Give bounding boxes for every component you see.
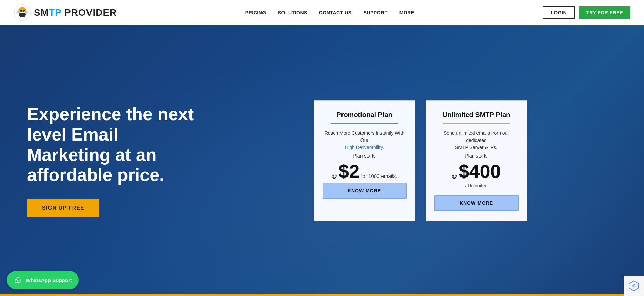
unlimited-plan-title: Unlimited SMTP Plan: [443, 111, 510, 119]
whatsapp-icon: [14, 276, 22, 284]
promotional-plan-starts: Plan starts: [353, 153, 375, 159]
promotional-plan-desc: Reach More Customers Instantly With Our …: [323, 130, 407, 151]
hero-left: Experience the next level Email Marketin…: [27, 104, 203, 217]
unlimited-plan-card: Unlimited SMTP Plan Send unlimited email…: [426, 100, 527, 221]
nav-more[interactable]: MORE: [399, 10, 414, 15]
unlimited-plan-desc: Send unlimited emails from our dedicated…: [434, 130, 519, 151]
gold-bar: [0, 294, 644, 296]
unlimited-price: $400: [458, 162, 501, 181]
hero-plans: Promotional Plan Reach More Customers In…: [224, 100, 617, 221]
recaptcha-badge: rC: [624, 276, 644, 296]
svg-point-3: [20, 10, 22, 12]
nav-solutions[interactable]: SOLUTIONS: [278, 10, 307, 15]
nav-contact[interactable]: CONTACT US: [319, 10, 352, 15]
unlimited-plan-starts: Plan starts: [465, 153, 487, 159]
svg-rect-5: [20, 12, 25, 13]
signup-button[interactable]: SIGN UP FREE: [27, 199, 99, 217]
unlimited-know-more-button[interactable]: KNOW MORE: [434, 195, 519, 211]
whatsapp-label: WhatsApp Support: [26, 277, 72, 283]
unlimited-at: @: [452, 173, 457, 179]
whatsapp-support-button[interactable]: WhatsApp Support: [7, 271, 79, 289]
promotional-at: @: [332, 173, 337, 179]
nav-links: PRICING SOLUTIONS CONTACT US SUPPORT MOR…: [245, 10, 414, 15]
promotional-plan-price-row: @ $2 for 1000 emails.: [332, 162, 397, 181]
nav-support[interactable]: SUPPORT: [364, 10, 388, 15]
try-for-free-button[interactable]: TRY FOR FREE: [579, 6, 630, 19]
recaptcha-icon: rC: [628, 280, 640, 292]
unlimited-plan-divider: [443, 123, 510, 124]
logo-text: SMTP PROVIDER: [34, 7, 117, 18]
logo-icon: [14, 4, 31, 21]
unlimited-price-suffix: / Unlimited: [465, 183, 487, 188]
svg-text:rC: rC: [632, 284, 636, 288]
hero-headline: Experience the next level Email Marketin…: [27, 104, 203, 185]
promotional-know-more-button[interactable]: KNOW MORE: [323, 183, 407, 199]
nav-pricing[interactable]: PRICING: [245, 10, 266, 15]
unlimited-plan-price-row: @ $400: [452, 162, 501, 181]
svg-point-8: [14, 276, 22, 284]
promotional-price-note: for 1000 emails.: [361, 173, 397, 179]
navbar: SMTP PROVIDER PRICING SOLUTIONS CONTACT …: [0, 0, 644, 25]
promotional-price: $2: [338, 162, 359, 181]
hero-content: Experience the next level Email Marketin…: [0, 100, 644, 221]
promotional-plan-divider: [331, 123, 398, 124]
promotional-plan-title: Promotional Plan: [336, 111, 392, 119]
hero-section: Experience the next level Email Marketin…: [0, 25, 644, 296]
login-button[interactable]: LOGIN: [543, 6, 575, 19]
logo: SMTP PROVIDER: [14, 4, 117, 21]
svg-point-4: [23, 10, 25, 12]
promotional-plan-card: Promotional Plan Reach More Customers In…: [314, 100, 415, 221]
high-deliverability-link[interactable]: High Deliverability.: [345, 145, 384, 150]
navbar-actions: LOGIN TRY FOR FREE: [543, 6, 630, 19]
